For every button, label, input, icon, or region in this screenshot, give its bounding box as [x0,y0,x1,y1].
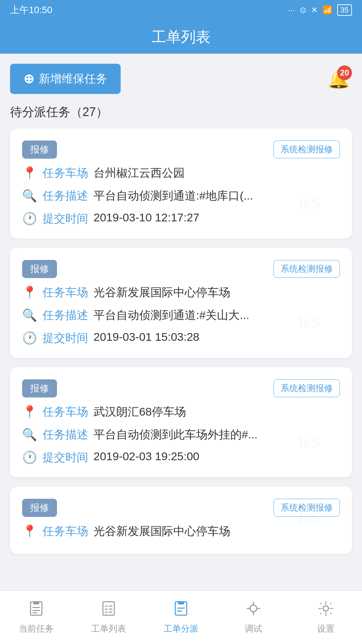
time-label-0: 提交时间 [43,211,88,226]
desc-label-0: 任务描述 [43,188,88,204]
parking-label-2: 任务车场 [43,404,88,420]
debug-icon [245,600,262,620]
desc-label-1: 任务描述 [43,308,88,323]
order-dispatch-icon [173,600,189,620]
nav-current-task[interactable]: 当前任务 [0,591,72,644]
card-row-parking-2: 📍 任务车场 武汉朗汇68停车场 [22,404,340,420]
bottom-nav: 当前任务 工单列表 工单分派 [0,590,362,644]
card-sys-badge-1: 系统检测报修 [274,260,340,278]
wifi-icon: 📶 [322,5,333,15]
notification-badge: 20 [337,65,352,80]
task-card-0[interactable]: 报修 系统检测报修 📍 任务车场 台州椒江云西公园 🔍 任务描述 平台自动侦测到… [10,128,352,238]
settings-icon [317,600,334,620]
svg-rect-1 [33,602,39,604]
card-row-desc-1: 🔍 任务描述 平台自动侦测到通道:#关山大... [22,308,340,323]
card-row-desc-0: 🔍 任务描述 平台自动侦测到通道:#地库口(... [22,188,340,204]
nav-order-list-label: 工单列表 [91,623,126,635]
nav-order-list[interactable]: 工单列表 [72,591,145,644]
card-row-time-1: 🕐 提交时间 2019-03-01 15:03:28 [22,330,340,346]
card-row-parking-0: 📍 任务车场 台州椒江云西公园 [22,165,340,181]
status-bar: 上午10:50 ··· ⊙ ✕ 📶 35 [0,0,362,20]
svg-point-23 [325,614,326,616]
toolbar: ⊕ 新增维保任务 🔔 20 [10,64,352,94]
card-type-badge-0: 报修 [22,141,57,159]
nav-debug-label: 调试 [245,623,262,635]
card-type-badge-3: 报修 [22,499,57,517]
parking-label-0: 任务车场 [43,165,88,181]
nav-settings[interactable]: 设置 [290,591,362,644]
add-task-button[interactable]: ⊕ 新增维保任务 [10,64,121,94]
sim-icon: ✕ [311,5,318,15]
desc-icon-0: 🔍 [22,189,37,203]
page-title: 工单列表 [152,27,210,47]
parking-value-2: 武汉朗汇68停车场 [94,404,186,420]
time-icon-0: 🕐 [22,212,37,226]
desc-label-2: 任务描述 [43,427,88,442]
svg-point-29 [330,613,331,614]
task-card-1[interactable]: 报修 系统检测报修 📍 任务车场 光谷新发展国际中心停车场 🔍 任务描述 平台自… [10,248,352,358]
time-label-1: 提交时间 [43,330,88,346]
time-value-1: 2019-03-01 15:03:28 [94,330,199,343]
add-task-label: 新增维保任务 [39,71,107,87]
location-icon-1: 📍 [22,285,37,300]
time-icon-2: 🕐 [22,450,37,465]
desc-value-1: 平台自动侦测到通道:#关山大... [94,308,249,323]
desc-value-2: 平台自动侦测到此车场外挂的#... [94,427,257,442]
task-card-2[interactable]: 报修 系统检测报修 📍 任务车场 武汉朗汇68停车场 🔍 任务描述 平台自动侦测… [10,367,352,477]
status-time: 上午10:50 [10,4,52,16]
card-row-time-0: 🕐 提交时间 2019-03-10 12:17:27 [22,211,340,226]
card-type-badge-2: 报修 [22,379,57,397]
main-content: ⊕ 新增维保任务 🔔 20 待分派任务（27） 报修 系统检测报修 📍 任务车场… [0,54,362,624]
card-type-badge-1: 报修 [22,260,57,278]
card-row-parking-3: 📍 任务车场 光谷新发展国际中心停车场 [22,524,340,539]
time-icon-1: 🕐 [22,331,37,345]
desc-icon-1: 🔍 [22,308,37,322]
desc-value-0: 平台自动侦测到通道:#地库口(... [94,188,253,204]
notification-button[interactable]: 🔔 20 [325,65,352,92]
nav-settings-label: 设置 [317,623,335,635]
svg-rect-5 [103,602,114,615]
plus-icon: ⊕ [23,71,34,86]
svg-point-22 [325,601,326,602]
current-task-icon [28,600,45,620]
card-sys-badge-3: 系统检测报修 [274,499,340,517]
location-icon: ⊙ [300,5,306,15]
time-label-2: 提交时间 [43,450,88,465]
time-value-2: 2019-02-03 19:25:00 [94,450,199,463]
parking-label-3: 任务车场 [43,524,88,539]
card-sys-badge-2: 系统检测报修 [274,379,340,397]
nav-debug[interactable]: 调试 [217,591,290,644]
svg-point-27 [330,603,331,604]
location-icon-0: 📍 [22,166,37,180]
card-row-desc-2: 🔍 任务描述 平台自动侦测到此车场外挂的#... [22,427,340,442]
parking-value-0: 台州椒江云西公园 [94,165,185,181]
card-row-time-2: 🕐 提交时间 2019-02-03 19:25:00 [22,450,340,465]
parking-label-1: 任务车场 [43,285,88,300]
card-row-parking-1: 📍 任务车场 光谷新发展国际中心停车场 [22,285,340,300]
order-list-icon [100,600,117,620]
nav-order-dispatch[interactable]: 工单分派 [145,591,217,644]
desc-icon-2: 🔍 [22,428,37,442]
svg-point-28 [320,613,321,614]
svg-point-25 [332,608,333,609]
signal-icon: ··· [288,5,295,15]
svg-point-24 [318,608,320,609]
svg-point-26 [320,603,321,604]
nav-order-dispatch-label: 工单分派 [164,623,198,635]
svg-rect-13 [178,602,184,604]
section-title: 待分派任务（27） [10,104,352,120]
location-icon-3: 📍 [22,524,37,538]
svg-point-21 [323,606,328,611]
page-header: 工单列表 [0,20,362,54]
status-icons: ··· ⊙ ✕ 📶 35 [288,4,352,16]
parking-value-3: 光谷新发展国际中心停车场 [94,524,230,539]
nav-current-task-label: 当前任务 [19,623,54,635]
location-icon-2: 📍 [22,405,37,419]
svg-point-16 [250,605,257,612]
card-sys-badge-0: 系统检测报修 [274,141,340,158]
time-value-0: 2019-03-10 12:17:27 [94,211,199,224]
task-card-3[interactable]: 报修 系统检测报修 📍 任务车场 光谷新发展国际中心停车场 [10,487,352,554]
battery-icon: 35 [337,4,352,16]
parking-value-1: 光谷新发展国际中心停车场 [94,285,230,300]
